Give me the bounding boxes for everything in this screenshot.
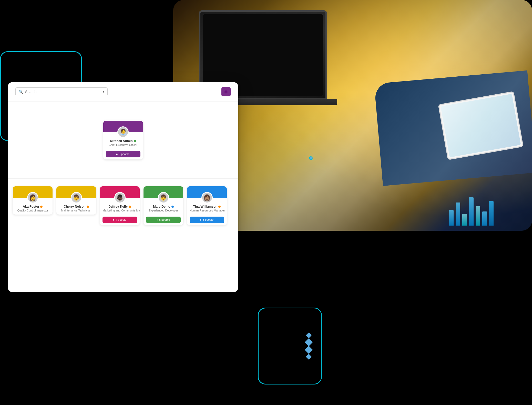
avatar-wrap-tina: 👩🏽 (201, 192, 213, 203)
person-name-mitchell: Mitchell Admin (110, 139, 132, 143)
outline-shape-bottom-right (258, 308, 322, 384)
person-card-aka[interactable]: 👩 Aka Foster Quality Control Inspector (13, 186, 53, 215)
org-lower-section: 👩 Aka Foster Quality Control Inspector 👨 (8, 179, 238, 233)
avatar-cherry: 👨 (71, 192, 82, 203)
people-button-mitchell[interactable]: ▸ 5 people (106, 151, 140, 157)
person-name-tina: Tina Williamson (193, 205, 218, 208)
people-button-jeffrey[interactable]: ▸ 4 people (103, 217, 137, 223)
person-name-jeffrey: Jeffrey Kelly (109, 205, 128, 208)
card-header-tina: 👩🏽 (187, 186, 227, 198)
window-settings-button[interactable]: ⊞ (221, 87, 231, 96)
status-dot-marc (171, 206, 174, 208)
diamond-3 (305, 346, 313, 354)
avatar-wrap-cherry: 👨 (71, 192, 82, 203)
person-title-mitchell: Chief Executive Officer (106, 143, 140, 146)
search-icon: 🔍 (19, 90, 23, 94)
avatar-aka: 👩 (27, 192, 38, 203)
avatar-wrap-aka: 👩 (27, 192, 38, 203)
search-bar-area: 🔍 ▾ ⊞ (8, 82, 238, 102)
charts-area (340, 167, 519, 231)
status-dot-aka (40, 206, 43, 208)
card-header-cherry: 👨 (56, 186, 96, 198)
vertical-connector-bottom (123, 171, 123, 178)
avatar-wrap-marc: 👨 (158, 192, 169, 203)
card-header-jeffrey: 👨🏿 (100, 186, 140, 198)
org-chart-window: 🔍 ▾ ⊞ 🧑‍💼 Mitchell Admin Chief Execu (8, 82, 238, 292)
dropdown-arrow-icon[interactable]: ▾ (103, 90, 104, 94)
card-header-aka: 👩 (13, 186, 53, 198)
person-card-jeffrey[interactable]: 👨🏿 Jeffrey Kelly Marketing and Community… (100, 186, 140, 225)
status-dot-cherry (87, 206, 89, 208)
person-title-aka: Quality Control Inspector (15, 209, 50, 212)
status-dot-mitchell (134, 140, 136, 142)
card-header-marc: 👨 (144, 186, 183, 198)
person-card-mitchell[interactable]: 🧑‍💼 Mitchell Admin Chief Executive Offic… (103, 121, 143, 159)
person-title-jeffrey: Marketing and Community Manager (103, 209, 137, 212)
person-card-marc[interactable]: 👨 Marc Demo Experienced Developer ▸ 5 pe… (144, 186, 183, 225)
person-name-cherry: Cherry Nelson (64, 205, 85, 208)
person-title-marc: Experienced Developer (146, 209, 181, 212)
diamond-2 (305, 338, 313, 346)
org-upper-section: 🧑‍💼 Mitchell Admin Chief Executive Offic… (8, 102, 238, 179)
search-container[interactable]: 🔍 ▾ (15, 87, 108, 96)
avatar-wrap-jeffrey: 👨🏿 (114, 192, 126, 203)
diamond-1 (306, 332, 312, 338)
conn-dot-2 (309, 156, 313, 160)
people-button-marc[interactable]: ▸ 5 people (146, 217, 181, 223)
diamond-4 (306, 354, 312, 360)
card-header-mitchell: 🧑‍💼 (103, 121, 143, 132)
status-dot-tina (218, 206, 221, 208)
status-dot-jeffrey (129, 206, 131, 208)
person-card-cherry[interactable]: 👨 Cherry Nelson Maintenance Technician (56, 186, 96, 215)
search-input[interactable] (25, 90, 103, 94)
diamond-group (306, 333, 312, 359)
avatar-tina: 👩🏽 (201, 192, 213, 203)
person-card-tina[interactable]: 👩🏽 Tina Williamson Human Resources Manag… (187, 186, 227, 225)
people-button-tina[interactable]: ▸ 3 people (190, 217, 224, 223)
settings-icon: ⊞ (224, 90, 228, 94)
avatar-marc: 👨 (158, 192, 169, 203)
person-name-aka: Aka Foster (23, 205, 39, 208)
person-title-tina: Human Resources Manager (190, 209, 224, 212)
person-title-cherry: Maintenance Technician (59, 209, 94, 212)
avatar-mitchell: 🧑‍💼 (117, 126, 129, 138)
person-name-marc: Marc Demo (153, 205, 170, 208)
avatar-wrap-mitchell: 🧑‍💼 (117, 126, 129, 138)
avatar-jeffrey: 👨🏿 (114, 192, 126, 203)
